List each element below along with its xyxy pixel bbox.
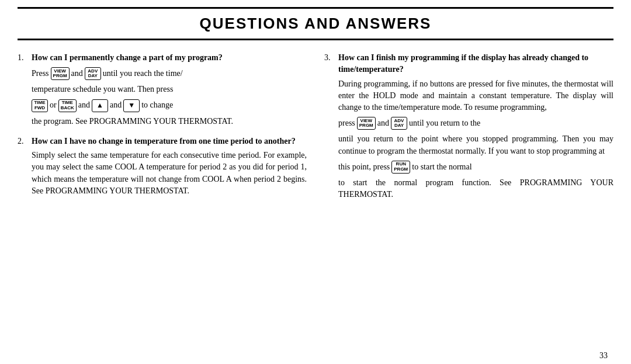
view-prgm-button-1: VIEW PRGM (51, 67, 70, 80)
q1-content: How can I permanently change a part of m… (32, 52, 233, 127)
adv-day2-bottom: DAY (394, 123, 404, 129)
column-1: 1. How can I permanently change a part o… (18, 52, 307, 343)
q1-and2: and (78, 99, 90, 111)
view-prgm-button-2: VIEW PRGM (357, 117, 376, 130)
time-fwd-bottom: FWD (34, 106, 45, 111)
q1-inline-1: Press VIEW PRGM and ADV DAY (32, 67, 233, 80)
content-area: 1. How can I permanently change a part o… (0, 46, 631, 349)
adv-day-bottom: DAY (88, 74, 98, 79)
q2-number: 2. (18, 136, 27, 197)
adv-day-button-1: ADV DAY (85, 67, 101, 80)
q3-question: How can I finish my programming if the d… (338, 52, 613, 76)
q3-thispoint: this point, press (338, 161, 390, 173)
q3-inline-2: this point, press RUN PRGM to start the … (338, 161, 613, 174)
question-1: 1. How can I permanently change a part o… (18, 52, 307, 127)
arrow-down-icon (123, 99, 140, 112)
question-3: 3. How can I finish my programming if th… (324, 52, 613, 201)
time-fwd-button: TIME FWD (32, 99, 48, 112)
q3-inline-1: press VIEW PRGM and ADV DAY until you re… (338, 117, 613, 130)
q1-inline-2: TIME FWD or TIME BACK and and (32, 99, 233, 112)
q1-and3: and (110, 99, 122, 111)
q1-until: until you reach the time/ (103, 68, 183, 79)
q3-number: 3. (324, 52, 334, 201)
q3-answer-p2: until you return to the point where you … (338, 133, 613, 157)
q2-answer: Simply select the same temperature for e… (32, 150, 307, 197)
adv-day-button-2: ADV DAY (391, 117, 407, 130)
q3-and1: and (377, 117, 389, 129)
run-prgm-bottom: PRGM (394, 167, 408, 172)
q3-content: How can I finish my programming if the d… (338, 52, 613, 201)
q2-content: How can I have no change in temperature … (32, 136, 307, 197)
q1-number: 1. (18, 52, 27, 127)
title-bar: QUESTIONS AND ANSWERS (18, 7, 613, 40)
q3-answer-p3: to start the normal program function. Se… (338, 177, 613, 201)
run-prgm-button: RUN PRGM (391, 161, 410, 174)
q3-answer-p1: During programming, if no buttons are pr… (338, 78, 613, 114)
time-back-button: TIME BACK (58, 99, 77, 112)
page-number: 33 (0, 349, 631, 364)
q1-press-label: Press (32, 68, 49, 79)
page-title: QUESTIONS AND ANSWERS (29, 15, 602, 33)
time-back-bottom: BACK (61, 106, 74, 111)
q1-end-text: the program. See PROGRAMMING YOUR THERMO… (32, 116, 233, 127)
question-2: 2. How can I have no change in temperatu… (18, 136, 307, 197)
q1-or: or (50, 99, 57, 111)
q3-press: press (338, 117, 355, 129)
q2-question: How can I have no change in temperature … (32, 136, 307, 147)
column-2: 3. How can I finish my programming if th… (324, 52, 613, 343)
page: QUESTIONS AND ANSWERS 1. How can I perma… (0, 0, 631, 364)
view-prgm2-bottom: PRGM (359, 123, 373, 129)
view-prgm-bottom: PRGM (53, 74, 67, 79)
q1-and1: and (71, 68, 83, 79)
arrow-up-icon (92, 99, 108, 112)
q3-tostart: to start the normal (412, 161, 471, 173)
page-number-text: 33 (599, 351, 608, 360)
q1-answer: Press VIEW PRGM and ADV DAY (32, 67, 233, 127)
q1-tochange: to change (141, 99, 173, 111)
q1-question: How can I permanently change a part of m… (32, 52, 233, 64)
q3-until: until you return to the (409, 117, 480, 129)
q1-then-text: temperature schedule you want. Then pres… (32, 84, 233, 95)
